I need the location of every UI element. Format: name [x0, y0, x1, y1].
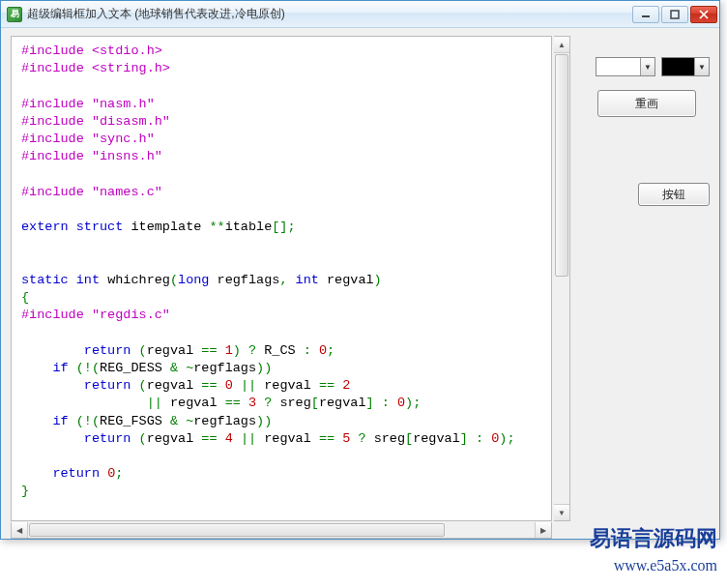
- scroll-down-button[interactable]: ▼: [554, 504, 569, 520]
- code-line: #include "insns.h": [21, 148, 549, 165]
- scroll-left-button[interactable]: ◀: [12, 522, 28, 538]
- code-line: #include <stdio.h>: [21, 43, 549, 60]
- minimize-button[interactable]: [632, 6, 659, 23]
- code-line: [21, 254, 549, 272]
- scroll-up-button[interactable]: ▲: [554, 37, 569, 53]
- code-line: #include "regdis.c": [21, 307, 549, 324]
- code-line: if (!(REG_DESS & ~regflags)): [21, 360, 549, 377]
- watermark-logo-text: 易语言源码网: [590, 524, 717, 553]
- code-line: extern struct itemplate **itable[];: [21, 219, 549, 236]
- code-line: || regval == 3 ? sreg[regval] : 0);: [21, 395, 549, 412]
- combo-1[interactable]: ▼: [596, 57, 655, 76]
- code-line: #include "disasm.h": [21, 113, 549, 131]
- code-line: [21, 201, 549, 219]
- app-icon: 易: [7, 7, 22, 22]
- code-line: }: [21, 483, 549, 500]
- combo-2-value: [662, 58, 694, 75]
- horizontal-scrollbar[interactable]: ◀ ▶: [11, 522, 552, 539]
- code-line: static int whichreg(long regflags, int r…: [21, 272, 549, 289]
- generic-button[interactable]: 按钮: [638, 183, 710, 206]
- code-line: if (!(REG_FSGS & ~regflags)): [21, 413, 549, 430]
- combo-2[interactable]: ▼: [661, 57, 710, 76]
- svg-rect-1: [671, 11, 679, 18]
- code-line: [21, 166, 549, 184]
- window-title: 超级编辑框加入文本 (地球销售代表改进,冷电原创): [27, 6, 632, 22]
- vertical-scrollbar[interactable]: ▲ ▼: [554, 36, 570, 521]
- scroll-right-button[interactable]: ▶: [535, 522, 551, 538]
- chevron-down-icon[interactable]: ▼: [694, 58, 709, 75]
- code-editor[interactable]: #include <stdio.h>#include <string.h> #i…: [11, 36, 552, 521]
- code-line: [21, 448, 549, 465]
- redraw-button[interactable]: 重画: [597, 90, 696, 117]
- chevron-down-icon[interactable]: ▼: [640, 58, 654, 75]
- code-line: return 0;: [21, 465, 549, 483]
- maximize-button[interactable]: [661, 6, 688, 23]
- app-window: 易 超级编辑框加入文本 (地球销售代表改进,冷电原创) #include <st…: [0, 0, 720, 540]
- code-line: return (regval == 1) ? R_CS : 0;: [21, 342, 549, 360]
- code-line: #include "nasm.h": [21, 96, 549, 113]
- code-line: return (regval == 4 || regval == 5 ? sre…: [21, 430, 549, 448]
- vertical-scroll-thumb[interactable]: [555, 54, 568, 277]
- watermark-url: www.e5a5x.com: [614, 557, 717, 574]
- client-area: #include <stdio.h>#include <string.h> #i…: [1, 28, 719, 539]
- code-line: #include "names.c": [21, 184, 549, 201]
- code-line: [21, 325, 549, 342]
- close-button[interactable]: [690, 6, 717, 23]
- horizontal-scroll-thumb[interactable]: [29, 523, 445, 537]
- code-line: #include "sync.h": [21, 131, 549, 148]
- code-line: {: [21, 289, 549, 307]
- code-line: [21, 236, 549, 253]
- titlebar[interactable]: 易 超级编辑框加入文本 (地球销售代表改进,冷电原创): [1, 1, 719, 28]
- code-line: [21, 77, 549, 95]
- code-line: return (regval == 0 || regval == 2: [21, 377, 549, 395]
- right-panel: ▼ ▼ 重画 按钮: [584, 57, 710, 127]
- code-line: #include <string.h>: [21, 60, 549, 77]
